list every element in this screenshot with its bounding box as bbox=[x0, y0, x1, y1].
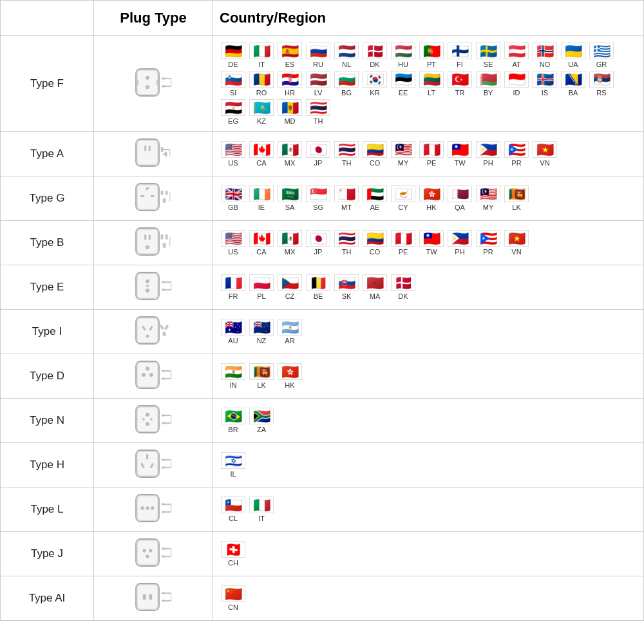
country-code: HR bbox=[285, 89, 295, 97]
flag-item: 🇷🇴RO bbox=[249, 71, 274, 97]
flag-emoji: 🇭🇷 bbox=[278, 71, 302, 88]
plug-type-table: Plug Type Country/Region Type F 🇩🇪DE🇮🇹IT… bbox=[0, 0, 644, 621]
svg-point-58 bbox=[142, 373, 146, 377]
countries-cell: 🇺🇸US🇨🇦CA🇲🇽MX🇯🇵JP🇹🇭TH🇨🇴CO🇵🇪PE🇹🇼TW🇵🇭PH🇵🇷PR… bbox=[213, 221, 644, 265]
countries-cell: 🇧🇷BR🇿🇦ZA bbox=[213, 399, 644, 443]
flag-emoji: 🇹🇭 bbox=[334, 141, 359, 158]
flag-emoji: 🇵🇷 bbox=[504, 141, 529, 158]
flag-item: 🇨🇾CY bbox=[391, 185, 415, 211]
svg-rect-9 bbox=[165, 86, 171, 86]
flag-emoji: 🇸🇬 bbox=[306, 185, 330, 202]
country-code: EE bbox=[399, 89, 408, 97]
countries-cell: 🇺🇸US🇨🇦CA🇲🇽MX🇯🇵JP🇹🇭TH🇨🇴CO🇲🇾MY🇵🇪PE🇹🇼TW🇵🇭PH… bbox=[213, 132, 644, 176]
country-code: TR bbox=[455, 89, 465, 97]
plug-type-label: Type G bbox=[1, 176, 94, 221]
col-header-empty bbox=[1, 1, 94, 36]
country-code: RU bbox=[313, 61, 323, 68]
country-code: CL bbox=[229, 515, 238, 522]
svg-rect-55 bbox=[163, 332, 166, 336]
flag-emoji: 🇮🇳 bbox=[221, 363, 245, 380]
plug-type-label: Type D bbox=[1, 354, 94, 399]
flag-item: 🇵🇷PR bbox=[504, 141, 529, 167]
flag-item: 🇯🇵JP bbox=[306, 230, 330, 256]
flag-item: 🇸🇦SA bbox=[278, 185, 302, 211]
country-code: LT bbox=[428, 89, 435, 97]
svg-rect-111 bbox=[162, 592, 165, 594]
svg-rect-6 bbox=[162, 78, 165, 79]
flag-emoji: 🇦🇪 bbox=[363, 185, 387, 202]
flag-item: 🇷🇺RU bbox=[306, 43, 330, 68]
flag-emoji: 🇲🇩 bbox=[278, 99, 302, 116]
svg-point-40 bbox=[146, 279, 149, 283]
flag-item: 🇵🇹PT bbox=[419, 43, 444, 68]
country-code: BE bbox=[314, 292, 323, 300]
svg-rect-83 bbox=[165, 459, 171, 460]
country-code: AU bbox=[228, 337, 238, 345]
flag-item: 🇧🇾BY bbox=[476, 71, 500, 97]
svg-point-52 bbox=[146, 335, 149, 338]
svg-rect-27 bbox=[163, 198, 166, 202]
country-code: PR bbox=[483, 248, 493, 256]
country-code: KZ bbox=[257, 117, 266, 125]
flag-emoji: 🇮🇹 bbox=[249, 43, 274, 59]
countries-cell: 🇨🇳CN bbox=[213, 576, 644, 621]
flag-item: 🇲🇩MD bbox=[278, 99, 302, 125]
flag-emoji: 🇰🇿 bbox=[249, 99, 274, 116]
country-code: GR bbox=[596, 61, 607, 68]
country-code: PL bbox=[257, 292, 265, 300]
flag-item: 🇮🇪IE bbox=[249, 185, 274, 211]
flag-item: 🇺🇸US bbox=[221, 230, 245, 256]
flag-item: 🇷🇸RS bbox=[589, 71, 614, 97]
table-row: Type G 🇬🇧GB🇮🇪IE🇸🇦SA🇸🇬SG🇲🇹MT🇦🇪AE🇨🇾CY🇭🇰HK🇶… bbox=[1, 176, 644, 221]
flag-item: 🇵🇱PL bbox=[249, 274, 274, 300]
flag-item: 🇸🇮SI bbox=[221, 71, 245, 97]
plug-type-label: Type A bbox=[1, 132, 94, 176]
country-code: HK bbox=[426, 204, 436, 211]
country-code: US bbox=[228, 159, 238, 167]
svg-point-60 bbox=[146, 366, 149, 370]
flag-item: 🇨🇦CA bbox=[249, 230, 274, 256]
flag-emoji: 🇫🇷 bbox=[221, 274, 245, 291]
flag-emoji: 🇭🇰 bbox=[419, 185, 444, 202]
flag-item: 🇭🇺HU bbox=[391, 43, 415, 68]
svg-rect-67 bbox=[137, 407, 158, 431]
flag-emoji: 🇱🇻 bbox=[306, 71, 330, 88]
svg-rect-49 bbox=[137, 318, 158, 343]
plug-type-label: Type L bbox=[1, 488, 94, 532]
flag-item: 🇻🇳VN bbox=[533, 141, 557, 167]
flag-item: 🇹🇼TW bbox=[448, 141, 472, 167]
country-code: PH bbox=[483, 159, 493, 167]
flag-emoji: 🇵🇱 bbox=[249, 274, 274, 291]
country-code: JP bbox=[314, 248, 323, 256]
flag-item: 🇲🇽MX bbox=[278, 141, 302, 167]
flag-item: 🇪🇬EG bbox=[221, 99, 245, 125]
svg-rect-16 bbox=[163, 149, 170, 150]
flag-emoji: 🇲🇦 bbox=[363, 274, 387, 291]
svg-rect-82 bbox=[162, 459, 165, 460]
flag-emoji: 🇨🇾 bbox=[391, 185, 415, 202]
table-row: Type F 🇩🇪DE🇮🇹IT🇪🇸ES🇷🇺RU🇳🇱NL🇩🇰DK🇭🇺HU🇵🇹PT🇫… bbox=[1, 36, 644, 132]
flag-item: 🇬🇷GR bbox=[589, 43, 614, 68]
svg-rect-26 bbox=[166, 191, 167, 194]
country-code: IS bbox=[542, 89, 548, 97]
flag-emoji: 🇹🇷 bbox=[448, 71, 472, 88]
flag-emoji: 🇭🇰 bbox=[278, 363, 302, 380]
flag-emoji: 🇳🇴 bbox=[533, 43, 557, 59]
flag-emoji: 🇦🇺 bbox=[221, 319, 245, 336]
flag-item: 🇧🇪BE bbox=[306, 274, 330, 300]
svg-rect-15 bbox=[161, 147, 163, 152]
flag-emoji: 🇬🇷 bbox=[589, 43, 614, 59]
flag-emoji: 🇸🇰 bbox=[334, 274, 359, 291]
country-code: AE bbox=[370, 204, 380, 211]
flag-item: 🇳🇴NO bbox=[533, 43, 557, 68]
country-code: BA bbox=[569, 89, 578, 97]
country-code: PE bbox=[427, 159, 437, 167]
flag-item: 🇮🇹IT bbox=[249, 497, 274, 522]
table-row: Type D 🇮🇳IN🇱🇰LK🇭🇰HK bbox=[1, 354, 644, 399]
country-code: CY bbox=[398, 204, 408, 211]
flag-emoji: 🇲🇹 bbox=[334, 185, 359, 202]
plug-icon-cell bbox=[94, 265, 213, 310]
country-code: LK bbox=[257, 381, 265, 389]
flag-emoji: 🇻🇳 bbox=[533, 141, 557, 158]
flag-item: 🇩🇰DK bbox=[391, 274, 415, 300]
